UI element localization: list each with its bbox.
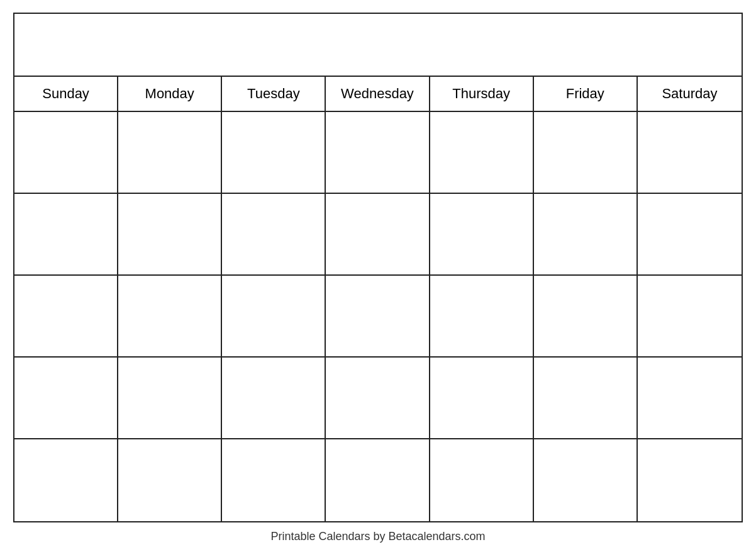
calendar-row-1 xyxy=(14,112,742,194)
cell-r2-fri[interactable] xyxy=(534,194,638,274)
cell-r4-sat[interactable] xyxy=(638,358,742,438)
cell-r3-thu[interactable] xyxy=(430,276,534,356)
calendar-title-row xyxy=(14,14,742,77)
calendar-container: Sunday Monday Tuesday Wednesday Thursday… xyxy=(13,13,743,522)
cell-r2-sat[interactable] xyxy=(638,194,742,274)
cell-r4-wed[interactable] xyxy=(326,358,430,438)
calendar-wrapper: Sunday Monday Tuesday Wednesday Thursday… xyxy=(13,13,743,547)
calendar-footer: Printable Calendars by Betacalendars.com xyxy=(13,522,743,547)
day-tuesday: Tuesday xyxy=(222,77,326,111)
day-saturday: Saturday xyxy=(638,77,742,111)
cell-r4-mon[interactable] xyxy=(118,358,222,438)
cell-r5-wed[interactable] xyxy=(326,439,430,521)
day-wednesday: Wednesday xyxy=(326,77,430,111)
cell-r3-sun[interactable] xyxy=(14,276,118,356)
cell-r4-fri[interactable] xyxy=(534,358,638,438)
day-thursday: Thursday xyxy=(430,77,534,111)
cell-r5-thu[interactable] xyxy=(430,439,534,521)
cell-r1-fri[interactable] xyxy=(534,112,638,193)
cell-r3-sat[interactable] xyxy=(638,276,742,356)
cell-r5-tue[interactable] xyxy=(222,439,326,521)
day-sunday: Sunday xyxy=(14,77,118,111)
cell-r3-mon[interactable] xyxy=(118,276,222,356)
calendar-body xyxy=(14,112,742,521)
cell-r2-tue[interactable] xyxy=(222,194,326,274)
cell-r3-wed[interactable] xyxy=(326,276,430,356)
cell-r1-thu[interactable] xyxy=(430,112,534,193)
cell-r5-mon[interactable] xyxy=(118,439,222,521)
cell-r1-tue[interactable] xyxy=(222,112,326,193)
cell-r5-sat[interactable] xyxy=(638,439,742,521)
cell-r4-sun[interactable] xyxy=(14,358,118,438)
cell-r2-mon[interactable] xyxy=(118,194,222,274)
cell-r1-mon[interactable] xyxy=(118,112,222,193)
cell-r1-sat[interactable] xyxy=(638,112,742,193)
day-monday: Monday xyxy=(118,77,222,111)
calendar-row-3 xyxy=(14,276,742,358)
cell-r1-wed[interactable] xyxy=(326,112,430,193)
cell-r4-tue[interactable] xyxy=(222,358,326,438)
calendar-row-2 xyxy=(14,194,742,276)
calendar-header: Sunday Monday Tuesday Wednesday Thursday… xyxy=(14,77,742,112)
cell-r2-thu[interactable] xyxy=(430,194,534,274)
cell-r1-sun[interactable] xyxy=(14,112,118,193)
calendar-row-4 xyxy=(14,358,742,439)
cell-r4-thu[interactable] xyxy=(430,358,534,438)
cell-r5-sun[interactable] xyxy=(14,439,118,521)
cell-r2-wed[interactable] xyxy=(326,194,430,274)
cell-r5-fri[interactable] xyxy=(534,439,638,521)
cell-r3-tue[interactable] xyxy=(222,276,326,356)
cell-r2-sun[interactable] xyxy=(14,194,118,274)
cell-r3-fri[interactable] xyxy=(534,276,638,356)
calendar-row-5 xyxy=(14,439,742,521)
day-friday: Friday xyxy=(534,77,638,111)
